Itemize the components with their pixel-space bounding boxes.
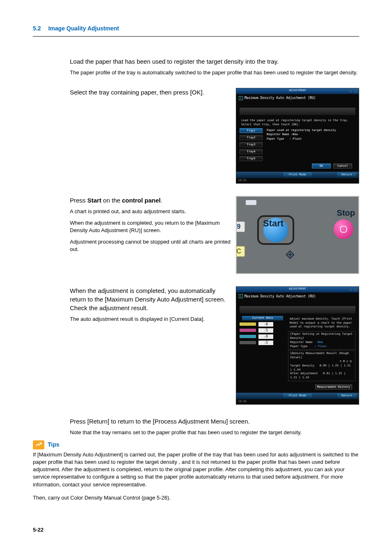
cyan-swatch xyxy=(240,335,256,338)
home-icon[interactable] xyxy=(349,89,352,92)
step4-title: When the adjustment is completed, you au… xyxy=(70,286,232,312)
help-icon[interactable] xyxy=(354,89,357,92)
density-result-box: [Density Measurement Result (Rough Value… xyxy=(288,350,355,381)
screen-timestamp: 10:56 xyxy=(236,399,359,404)
info-icon: i xyxy=(239,96,243,100)
screen-top-bar: ADJUSTMENT xyxy=(236,88,359,94)
register-name-value: :New xyxy=(291,133,298,136)
tray-select-screen: ADJUSTMENT i Maximum Density Auto Adjust… xyxy=(236,88,359,184)
current-data-y: -8 xyxy=(258,322,273,327)
register-name-label: Register Name xyxy=(267,133,289,136)
adjustment-label: ADJUSTMENT xyxy=(289,89,306,93)
step5-title: Press [Return] to return to the [Process… xyxy=(70,417,359,426)
help-icon[interactable] xyxy=(354,288,357,291)
screen-title: Maximum Density Auto Adjustment (RU) xyxy=(244,96,316,100)
closing-text: Then, carry out Color Density Manual Con… xyxy=(33,494,359,502)
paper-type-value: Plain xyxy=(293,137,301,140)
start-label: Start xyxy=(263,218,284,229)
print-mode-button[interactable]: Print Mode xyxy=(283,173,312,177)
tray3-button[interactable]: Tray3 xyxy=(240,142,263,147)
tray1-button[interactable]: Tray1 xyxy=(240,128,263,133)
screen-header-bar xyxy=(240,108,355,115)
result-screen: ADJUSTMENT i Maximum Density Auto Adjust… xyxy=(236,286,359,405)
step1-title: Load the paper that has been used to reg… xyxy=(70,57,359,66)
tips-body: If [Maximum Density Auto Adjustment] is … xyxy=(33,451,359,488)
step1-text: The paper profile of the tray is automat… xyxy=(70,69,359,76)
tips-icon xyxy=(33,440,44,449)
return-button[interactable]: Return xyxy=(337,394,356,398)
section-number: 5.2 xyxy=(33,25,41,33)
return-button[interactable]: Return xyxy=(337,173,356,177)
section-title: Image Quality Adjustment xyxy=(48,25,119,33)
step5-text: Note that the tray remains set to the pa… xyxy=(70,429,359,436)
keypad-c-button[interactable]: C xyxy=(236,246,245,257)
paper-type-label: Paper Type xyxy=(267,137,284,140)
tray5-button[interactable]: Tray5 xyxy=(240,156,263,161)
step3-title: Press Start on the control panel. xyxy=(70,196,232,205)
step4-text: The auto adjustment result is displayed … xyxy=(70,315,232,323)
current-data-k: -5 xyxy=(258,341,273,345)
step3-p3: Adjustment processing cannot be stopped … xyxy=(70,238,232,253)
adjustment-label: ADJUSTMENT xyxy=(289,287,306,291)
paper-box-title: Paper used at registering target density xyxy=(267,128,355,133)
tips-header: Tips xyxy=(33,440,359,449)
tips-label: Tips xyxy=(48,441,60,449)
stop-button[interactable] xyxy=(334,219,353,239)
current-data-m: -5 xyxy=(258,328,273,333)
cancel-button[interactable]: Cancel xyxy=(333,164,352,168)
tray2-button[interactable]: Tray2 xyxy=(240,135,263,140)
step2-title: Select the tray containing paper, then p… xyxy=(70,88,232,97)
black-swatch xyxy=(240,341,256,344)
screen-top-bar: ADJUSTMENT xyxy=(236,287,359,292)
magenta-swatch xyxy=(240,329,256,332)
paper-setting-box: [Paper Setting at Registering Target Den… xyxy=(288,331,355,350)
ok-button[interactable]: OK xyxy=(312,164,331,168)
screen-header-bar xyxy=(240,306,355,313)
measurement-history-button[interactable]: Measurement History xyxy=(315,385,352,389)
keypad-9-button[interactable]: 9 xyxy=(236,221,245,232)
stop-label: Stop xyxy=(337,208,355,218)
screen-title: Maximum Density Auto Adjustment (RU) xyxy=(244,294,316,299)
tray4-button[interactable]: Tray4 xyxy=(240,149,263,154)
home-icon[interactable] xyxy=(349,288,352,291)
step3-p2: When the adjustment is completed, you re… xyxy=(70,219,232,234)
header-divider xyxy=(33,36,359,37)
result-message: Adjust maximum density. Touch [Print Mod… xyxy=(288,316,355,330)
control-panel-photo: 9 C Start Stop xyxy=(236,196,359,274)
info-icon: i xyxy=(239,294,243,298)
step3-p1: A chart is printed out, and auto adjustm… xyxy=(70,208,232,215)
print-mode-button[interactable]: Print Mode xyxy=(283,394,312,398)
yellow-swatch xyxy=(240,322,256,326)
page-header: 5.2 Image Quality Adjustment xyxy=(33,25,359,33)
current-data-label: Current Data xyxy=(242,316,283,320)
screen-instruction: Load the paper used at registering targe… xyxy=(240,117,355,128)
diamond-icon xyxy=(284,249,296,261)
current-data-c: -9 xyxy=(258,334,273,339)
usb-icon xyxy=(246,200,256,205)
screen-timestamp: 10:52 xyxy=(236,178,359,183)
page-number: 5-22 xyxy=(33,526,359,534)
